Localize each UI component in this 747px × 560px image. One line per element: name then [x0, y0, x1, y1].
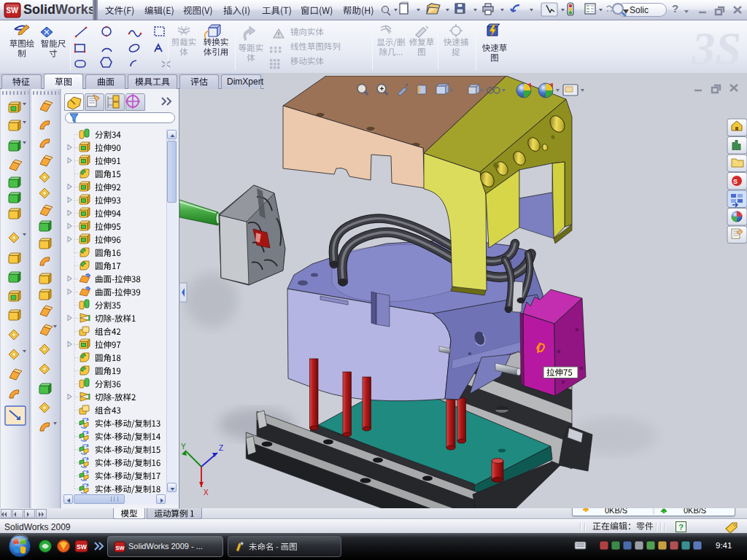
svg-text:X: X — [204, 489, 209, 497]
svg-text:Y: Y — [181, 443, 186, 451]
svg-text:Z: Z — [219, 444, 223, 452]
svg-text:SW: SW — [7, 7, 19, 15]
svg-text:SW: SW — [116, 545, 125, 551]
svg-text:SW: SW — [77, 543, 88, 551]
